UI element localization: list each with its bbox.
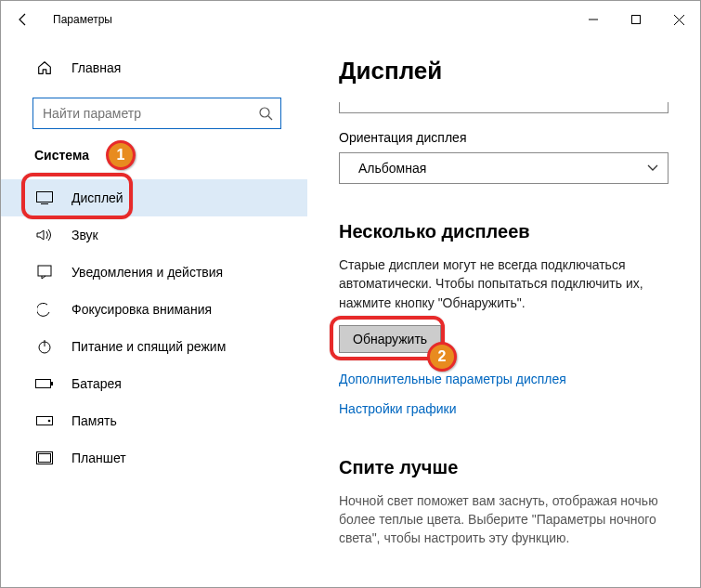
- advanced-display-link[interactable]: Дополнительные параметры дисплея: [339, 372, 669, 386]
- notifications-icon: [34, 262, 55, 282]
- window-controls: [572, 1, 700, 38]
- home-label: Главная: [71, 60, 121, 75]
- sidebar-item-battery[interactable]: Батарея: [1, 365, 307, 402]
- sidebar-item-tablet[interactable]: Планшет: [1, 439, 307, 477]
- sidebar-item-storage[interactable]: Память: [1, 402, 307, 439]
- battery-icon: [34, 373, 55, 394]
- svg-rect-16: [39, 454, 51, 463]
- titlebar: Параметры: [1, 1, 700, 38]
- sidebar-item-label: Память: [71, 413, 117, 428]
- sidebar-item-sound[interactable]: Звук: [1, 216, 307, 254]
- window-title: Параметры: [53, 13, 112, 26]
- sidebar-item-label: Питание и спящий режим: [71, 339, 226, 354]
- sidebar-item-notifications[interactable]: Уведомления и действия: [1, 254, 307, 291]
- home-icon: [34, 58, 55, 78]
- power-icon: [34, 336, 55, 357]
- sidebar-item-display[interactable]: Дисплей: [1, 179, 307, 216]
- svg-rect-6: [37, 192, 53, 203]
- sidebar-item-label: Батарея: [71, 376, 122, 391]
- page-title: Дисплей: [339, 57, 669, 85]
- back-button[interactable]: [16, 12, 38, 27]
- minimize-button[interactable]: [572, 1, 615, 38]
- svg-rect-12: [51, 382, 53, 385]
- sound-icon: [34, 225, 55, 245]
- svg-rect-1: [632, 16, 641, 24]
- svg-point-4: [260, 108, 269, 117]
- truncated-box: [339, 102, 669, 113]
- storage-icon: [34, 411, 55, 431]
- close-button[interactable]: [657, 1, 700, 38]
- tablet-icon: [34, 448, 55, 468]
- search-icon: [258, 106, 273, 121]
- sidebar-item-label: Дисплей: [71, 190, 123, 205]
- sidebar-item-label: Звук: [71, 228, 98, 242]
- sidebar-item-label: Фокусировка внимания: [71, 302, 212, 317]
- sidebar-item-power[interactable]: Питание и спящий режим: [1, 328, 307, 365]
- orientation-dropdown[interactable]: Альбомная: [339, 152, 669, 184]
- graphics-settings-link[interactable]: Настройки графики: [339, 401, 669, 416]
- orientation-value: Альбомная: [358, 161, 426, 176]
- sidebar-group-label: Система: [1, 148, 307, 163]
- search-input[interactable]: [43, 106, 258, 121]
- sidebar-item-label: Уведомления и действия: [71, 265, 223, 280]
- main-panel: Дисплей Ориентация дисплея Альбомная Нес…: [307, 38, 700, 587]
- chevron-down-icon: [647, 164, 658, 172]
- home-link[interactable]: Главная: [1, 49, 307, 86]
- focus-icon: [34, 299, 55, 320]
- svg-rect-11: [36, 380, 51, 388]
- multiple-displays-heading: Несколько дисплеев: [339, 221, 669, 242]
- orientation-label: Ориентация дисплея: [339, 130, 669, 145]
- svg-point-14: [48, 420, 51, 423]
- sleep-better-heading: Спите лучше: [339, 457, 669, 478]
- sleep-better-text: Ночной свет поможет вам заснуть, отображ…: [339, 491, 669, 548]
- sidebar: Главная Система Дисплей 1 Звук Уведомлен…: [1, 38, 307, 587]
- sidebar-item-label: Планшет: [71, 451, 126, 465]
- maximize-button[interactable]: [615, 1, 657, 38]
- svg-rect-8: [38, 266, 51, 276]
- multiple-displays-text: Старые дисплеи могут не всегда подключат…: [339, 255, 669, 312]
- sidebar-item-focus[interactable]: Фокусировка внимания: [1, 291, 307, 328]
- svg-line-5: [268, 116, 272, 120]
- detect-button[interactable]: Обнаружить: [339, 325, 441, 353]
- display-icon: [34, 188, 55, 208]
- search-box[interactable]: [32, 98, 281, 129]
